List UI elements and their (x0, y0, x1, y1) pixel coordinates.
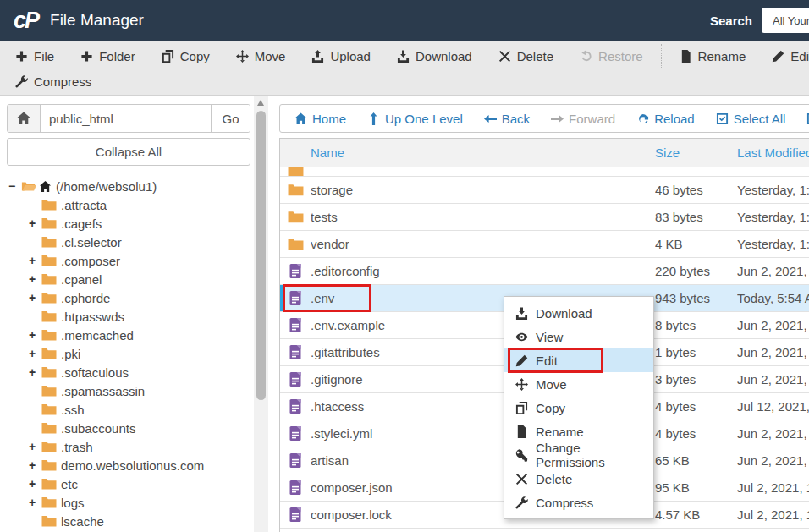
tree-spamassassin[interactable]: .spamassassin (7, 381, 250, 400)
tree-ssh[interactable]: .ssh (7, 400, 250, 419)
tree-demo-websolutionus[interactable]: + demo.websolutionus.com (7, 456, 250, 474)
file-size: 3 bytes (655, 372, 737, 387)
tree-logs[interactable]: + logs (7, 493, 250, 512)
toolbar-item-label: Copy (180, 49, 210, 63)
tree-expander[interactable]: + (27, 291, 37, 304)
context-menu-item-label: Move (536, 377, 567, 392)
home-icon[interactable] (8, 105, 41, 132)
context-menu: Download View Edit Move (504, 296, 654, 519)
tree-attracta[interactable]: .attracta (7, 195, 250, 214)
tree-expander[interactable]: + (27, 365, 37, 379)
column-header-size[interactable]: Size (655, 145, 737, 160)
upload-button[interactable]: Upload (311, 49, 371, 63)
menu-copy[interactable]: Copy (504, 396, 653, 420)
folder-icon (41, 441, 57, 452)
sidebar-scrollbar[interactable] (254, 96, 268, 532)
folder-tree: − (/home/websolu1) .attracta + .cagefs (7, 177, 250, 532)
menu-compress[interactable]: Compress (504, 491, 653, 514)
copy-button[interactable]: Copy (162, 49, 210, 63)
menu-download[interactable]: Download (504, 301, 653, 325)
search-scope-dropdown[interactable]: All Your (762, 8, 809, 33)
delete-button[interactable]: Delete (498, 49, 553, 63)
column-header-name[interactable]: Name (311, 145, 655, 160)
table-row[interactable]: .editorconfig 220 bytes Jun 2, 2021, 2 (280, 258, 809, 285)
restore-button[interactable]: Restore (580, 49, 643, 63)
file-name: storage (311, 183, 655, 197)
tree-expander[interactable]: − (7, 179, 17, 193)
tree-expander[interactable]: + (27, 272, 37, 286)
tree-item-label: .spamassassin (61, 384, 145, 398)
tree-expander[interactable]: + (27, 440, 37, 453)
go-button[interactable]: Go (211, 105, 250, 132)
move-button[interactable]: Move (236, 49, 286, 63)
table-row[interactable]: vendor 4 KB Yesterday, 1:4 (280, 231, 809, 258)
tree-cphorde[interactable]: + .cphorde (7, 288, 250, 307)
table-row[interactable]: </> index.html 34 bytes May 6, 2021 (280, 529, 809, 532)
folder-icon (41, 459, 57, 471)
column-header-last-modified[interactable]: Last Modified (737, 145, 809, 160)
nav-forward[interactable]: Forward (551, 112, 615, 126)
tree-cagefs[interactable]: + .cagefs (7, 214, 250, 233)
tree-expander[interactable]: + (27, 328, 37, 342)
nav-up-one-level[interactable]: Up One Level (367, 112, 463, 126)
tree-composer[interactable]: + .composer (7, 251, 250, 270)
file-size: 220 bytes (655, 264, 737, 278)
nav-home[interactable]: Home (294, 112, 346, 126)
table-row[interactable]: storage 46 bytes Yesterday, 1:4 (280, 177, 809, 204)
menu-view[interactable]: View (504, 325, 653, 348)
tree-item-label: .trash (61, 440, 93, 454)
nav-reload[interactable]: Reload (636, 112, 695, 126)
menu-rename[interactable]: Rename (504, 420, 653, 443)
toolbar-item-label: Download (416, 49, 472, 63)
tree-expander[interactable]: + (27, 458, 37, 472)
tree-cpanel[interactable]: + .cpanel (7, 270, 250, 288)
tree-expander[interactable]: + (27, 496, 37, 509)
file-icon (289, 507, 301, 522)
menu-change-permissions[interactable]: Change Permissions (504, 443, 653, 467)
file-icon (289, 318, 301, 332)
file-size: 46 bytes (655, 183, 737, 197)
menu-move[interactable]: Move (504, 372, 653, 396)
tree-expander[interactable]: + (27, 347, 37, 360)
tree-item-label: (/home/websolu1) (56, 179, 157, 194)
tree-expander[interactable]: + (27, 477, 37, 491)
tree-htpasswds[interactable]: .htpasswds (7, 307, 250, 326)
download-button[interactable]: Download (397, 49, 472, 63)
tree-softaculous[interactable]: + .softaculous (7, 363, 250, 381)
tree-expander[interactable]: + (27, 254, 37, 267)
nav-item-label: Reload (654, 112, 695, 126)
nav-back[interactable]: Back (484, 112, 530, 126)
tree-root[interactable]: − (/home/websolu1) (7, 177, 250, 195)
tree-lscache[interactable]: lscache (7, 512, 250, 530)
table-row[interactable] (280, 167, 809, 177)
path-input[interactable] (41, 105, 211, 132)
compress-button[interactable]: Compress (15, 74, 91, 89)
tree-cl-selector[interactable]: .cl.selector (7, 233, 250, 251)
context-menu-item-label: Compress (536, 496, 593, 510)
tree-subaccounts[interactable]: .subaccounts (7, 419, 250, 437)
rename-button[interactable]: Rename (680, 49, 746, 63)
tree-pki[interactable]: + .pki (7, 344, 250, 363)
collapse-all-button[interactable]: Collapse All (7, 138, 250, 166)
toolbar-item-label: Rename (698, 49, 746, 63)
file-icon (289, 345, 301, 359)
tree-memcached[interactable]: + .memcached (7, 326, 250, 344)
tree-expander[interactable]: + (27, 217, 37, 230)
toolbar-item-label: Folder (99, 49, 135, 63)
table-row[interactable]: tests 83 bytes Yesterday, 1:4 (280, 204, 809, 231)
menu-edit[interactable]: Edit (504, 348, 653, 372)
edit-button[interactable]: Edit (772, 49, 809, 63)
file-manager-app: cP File Manager Search All Your File Fol… (0, 0, 809, 532)
tree-item-label: .cphorde (61, 291, 110, 305)
menu-delete[interactable]: Delete (504, 467, 653, 491)
file-button[interactable]: File (15, 49, 54, 63)
folder-button[interactable]: Folder (80, 49, 135, 63)
toolbar-separator (661, 44, 662, 69)
folder-icon (41, 422, 57, 434)
scroll-up-arrow-icon[interactable] (257, 100, 264, 106)
tree-etc[interactable]: + etc (7, 474, 250, 493)
tree-trash[interactable]: + .trash (7, 437, 250, 456)
nav-select-all[interactable]: Select All (716, 112, 786, 126)
scrollbar-thumb[interactable] (256, 111, 266, 400)
checkbox-checked-icon (716, 112, 729, 125)
